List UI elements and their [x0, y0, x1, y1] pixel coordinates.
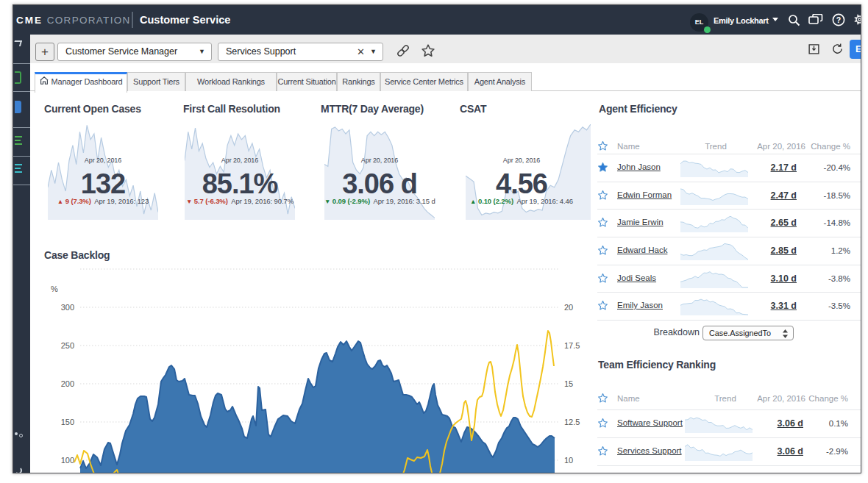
svg-text:15: 15 [564, 379, 573, 388]
svg-text:250: 250 [61, 341, 74, 350]
svg-text:200: 200 [61, 379, 74, 388]
svg-text:12.5: 12.5 [564, 418, 580, 426]
svg-text:300: 300 [61, 303, 74, 312]
svg-text:10: 10 [564, 456, 573, 465]
svg-text:?: ? [836, 15, 841, 24]
svg-text:100: 100 [61, 456, 74, 465]
svg-text:%: % [51, 285, 58, 293]
svg-text:17.5: 17.5 [564, 341, 580, 350]
svg-text:20: 20 [564, 303, 573, 312]
svg-text:150: 150 [61, 418, 74, 426]
